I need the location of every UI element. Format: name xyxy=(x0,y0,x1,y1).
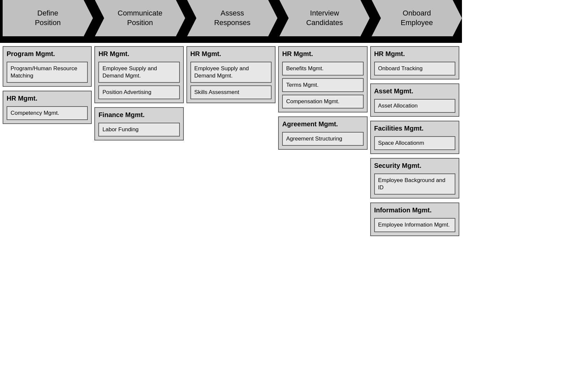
group-grp-finance-mgmt: Finance Mgmt.Labor Funding xyxy=(94,107,183,140)
item-item-skills-assessment: Skills Assessment xyxy=(190,85,272,99)
item-item-asset-allocation: Asset Allocation xyxy=(374,99,455,113)
item-item-employee-background: Employee Background and ID xyxy=(374,173,455,195)
group-title-grp-hr-mgmt-1: HR Mgmt. xyxy=(7,95,88,102)
group-grp-hr-mgmt-1: HR Mgmt.Competency Mgmt. xyxy=(3,91,92,124)
group-title-grp-program-mgmt: Program Mgmt. xyxy=(7,50,88,58)
column-col-onboard: HR Mgmt.Onboard TrackingAsset Mgmt.Asset… xyxy=(370,46,459,236)
item-item-competency: Competency Mgmt. xyxy=(7,106,88,120)
group-grp-agreement-mgmt: Agreement Mgmt.Agreement Structuring xyxy=(278,116,367,150)
item-item-program-human: Program/Human Resource Matching xyxy=(7,62,88,83)
item-item-agreement-structuring: Agreement Structuring xyxy=(282,132,363,146)
item-item-labor-funding: Labor Funding xyxy=(98,123,180,137)
item-item-employee-supply-demand-2: Employee Supply and Demand Mgmt. xyxy=(190,62,272,83)
column-col-define: Program Mgmt.Program/Human Resource Matc… xyxy=(3,46,92,124)
arrow-define-position: Define Position xyxy=(3,0,93,36)
group-title-grp-hr-mgmt-2: HR Mgmt. xyxy=(98,50,180,58)
arrow-communicate-position: Communicate Position xyxy=(95,0,185,36)
group-grp-program-mgmt: Program Mgmt.Program/Human Resource Matc… xyxy=(3,46,92,87)
group-title-grp-security-mgmt: Security Mgmt. xyxy=(374,162,455,170)
group-grp-security-mgmt: Security Mgmt.Employee Background and ID xyxy=(370,158,459,199)
group-title-grp-information-mgmt: Information Mgmt. xyxy=(374,206,455,214)
item-item-employee-supply-demand-1: Employee Supply and Demand Mgmt. xyxy=(98,62,180,83)
group-title-grp-asset-mgmt: Asset Mgmt. xyxy=(374,87,455,95)
group-title-grp-agreement-mgmt: Agreement Mgmt. xyxy=(282,120,363,128)
group-title-grp-hr-mgmt-5: HR Mgmt. xyxy=(374,50,455,58)
column-col-interview: HR Mgmt.Benefits Mgmt.Terms Mgmt.Compens… xyxy=(278,46,367,150)
group-grp-hr-mgmt-5: HR Mgmt.Onboard Tracking xyxy=(370,46,459,79)
content-area: Program Mgmt.Program/Human Resource Matc… xyxy=(0,43,462,239)
group-grp-hr-mgmt-4: HR Mgmt.Benefits Mgmt.Terms Mgmt.Compens… xyxy=(278,46,367,112)
arrow-interview-candidates: Interview Candidates xyxy=(279,0,370,36)
header-row: Define PositionCommunicate PositionAsses… xyxy=(0,0,462,43)
group-title-grp-finance-mgmt: Finance Mgmt. xyxy=(98,111,180,119)
arrow-assess-responses: Assess Responses xyxy=(187,0,278,36)
column-col-assess: HR Mgmt.Employee Supply and Demand Mgmt.… xyxy=(186,46,276,103)
group-grp-hr-mgmt-3: HR Mgmt.Employee Supply and Demand Mgmt.… xyxy=(186,46,276,103)
column-col-communicate: HR Mgmt.Employee Supply and Demand Mgmt.… xyxy=(94,46,183,140)
group-grp-information-mgmt: Information Mgmt.Employee Information Mg… xyxy=(370,202,459,236)
group-title-grp-facilities-mgmt: Facilities Mgmt. xyxy=(374,125,455,132)
group-title-grp-hr-mgmt-4: HR Mgmt. xyxy=(282,50,363,58)
item-item-employee-information: Employee Information Mgmt. xyxy=(374,218,455,232)
group-grp-asset-mgmt: Asset Mgmt.Asset Allocation xyxy=(370,83,459,117)
item-item-space-allocation: Space Allocationm xyxy=(374,136,455,150)
item-item-compensation-mgmt: Compensation Mgmt. xyxy=(282,95,363,108)
item-item-position-advertising: Position Advertising xyxy=(98,85,180,99)
group-grp-hr-mgmt-2: HR Mgmt.Employee Supply and Demand Mgmt.… xyxy=(94,46,183,103)
item-item-terms-mgmt: Terms Mgmt. xyxy=(282,78,363,92)
item-item-benefits-mgmt: Benefits Mgmt. xyxy=(282,62,363,76)
group-grp-facilities-mgmt: Facilities Mgmt.Space Allocationm xyxy=(370,121,459,154)
group-title-grp-hr-mgmt-3: HR Mgmt. xyxy=(190,50,272,58)
item-item-onboard-tracking: Onboard Tracking xyxy=(374,62,455,76)
arrow-onboard-employee: Onboard Employee xyxy=(372,0,462,36)
